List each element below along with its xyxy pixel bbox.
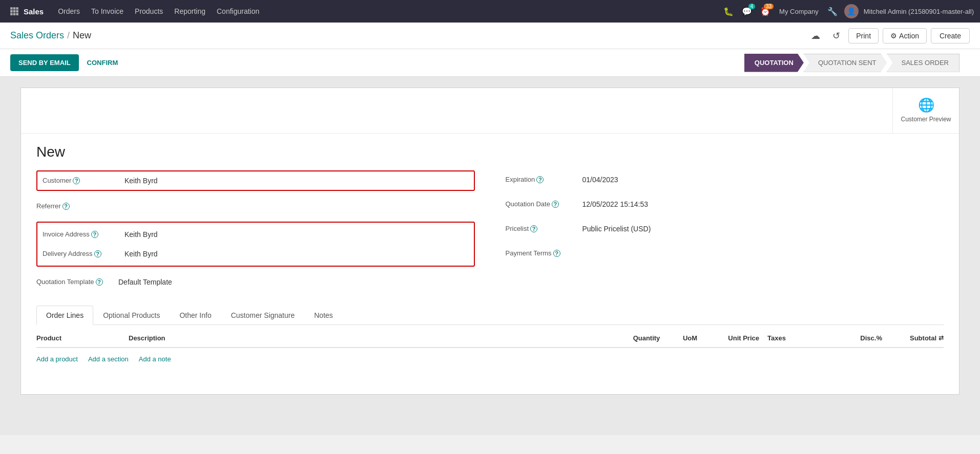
pricelist-value[interactable]: Public Pricelist (USD) xyxy=(582,225,944,233)
expiration-row: Expiration ? 01/04/2023 xyxy=(506,170,944,189)
main-form-area xyxy=(21,88,892,133)
add-links-row: Add a product Add a section Add a note xyxy=(36,348,944,370)
tab-customer-signature[interactable]: Customer Signature xyxy=(221,306,305,325)
secondary-bar: Sales Orders / New ☁ ↺ Print ⚙ Action Cr… xyxy=(0,23,980,49)
table-header: Product Description Quantity UoM Unit Pr… xyxy=(36,329,944,348)
quotation-date-row: Quotation Date ? 12/05/2022 15:14:53 xyxy=(506,195,944,213)
svg-rect-4 xyxy=(13,10,16,13)
svg-rect-0 xyxy=(10,7,13,10)
pipeline-step-sales-order[interactable]: SALES ORDER xyxy=(887,54,960,72)
nav-configuration[interactable]: Configuration xyxy=(212,0,264,23)
user-label: Mitchell Admin (21580901-master-all) xyxy=(864,8,974,15)
cloud-save-icon[interactable]: ☁ xyxy=(807,28,824,44)
nav-to-invoice[interactable]: To Invoice xyxy=(86,0,129,23)
nav-orders[interactable]: Orders xyxy=(53,0,85,23)
delivery-help-icon[interactable]: ? xyxy=(94,250,101,257)
referrer-input[interactable] xyxy=(118,200,475,212)
tab-list: Order Lines Optional Products Other Info… xyxy=(36,306,944,325)
col-header-disc: Disc.% xyxy=(841,334,882,342)
sort-icon[interactable]: ⇄ xyxy=(939,334,944,341)
form-content: New Customer ? Keith Byrd xyxy=(21,134,959,380)
svg-rect-2 xyxy=(16,7,18,10)
tabs-container: Order Lines Optional Products Other Info… xyxy=(36,306,944,370)
expiration-help-icon[interactable]: ? xyxy=(536,176,544,183)
wrench-icon[interactable]: 🔧 xyxy=(824,3,841,20)
invoice-help-icon[interactable]: ? xyxy=(91,231,98,238)
pipeline-step-quotation-sent[interactable]: QUOTATION SENT xyxy=(803,54,887,72)
send-email-button[interactable]: SEND BY EMAIL xyxy=(10,54,79,71)
svg-rect-7 xyxy=(13,13,16,15)
referrer-help-icon[interactable]: ? xyxy=(62,203,70,210)
form-right: Expiration ? 01/04/2023 Quotation Date ?… xyxy=(506,170,944,297)
breadcrumb: Sales Orders / New xyxy=(10,30,803,41)
bug-icon[interactable]: 🐛 xyxy=(720,3,737,20)
svg-rect-3 xyxy=(10,10,13,13)
quotation-template-row: Quotation Template ? Default Template xyxy=(36,273,475,291)
expiration-value[interactable]: 01/04/2023 xyxy=(582,176,944,184)
breadcrumb-separator: / xyxy=(67,30,70,41)
add-product-link[interactable]: Add a product xyxy=(36,355,78,363)
customer-preview-panel[interactable]: 🌐 Customer Preview xyxy=(892,88,959,133)
delivery-address-row: Delivery Address ? Keith Byrd xyxy=(43,245,469,263)
svg-rect-5 xyxy=(16,10,18,13)
tab-optional-products[interactable]: Optional Products xyxy=(93,306,170,325)
quotation-template-value[interactable]: Default Template xyxy=(118,278,475,286)
address-box: Invoice Address ? Keith Byrd Delivery Ad… xyxy=(36,222,475,267)
page-top-area: 🌐 Customer Preview xyxy=(21,88,959,134)
refresh-icon[interactable]: ↺ xyxy=(828,28,844,44)
expiration-label: Expiration ? xyxy=(506,176,582,183)
action-button-label: Action xyxy=(899,32,919,40)
quotation-template-label: Quotation Template ? xyxy=(36,278,118,286)
svg-rect-8 xyxy=(16,13,18,15)
customer-value[interactable]: Keith Byrd xyxy=(124,177,469,185)
col-header-product: Product xyxy=(36,334,129,342)
chat-icon[interactable]: 💬4 xyxy=(738,3,756,20)
delivery-address-label: Delivery Address ? xyxy=(43,250,124,257)
quotation-date-value[interactable]: 12/05/2022 15:14:53 xyxy=(582,200,944,208)
user-avatar[interactable]: 👤 xyxy=(844,4,859,18)
delivery-address-value[interactable]: Keith Byrd xyxy=(124,250,469,258)
breadcrumb-parent[interactable]: Sales Orders xyxy=(10,30,64,41)
nav-reporting[interactable]: Reporting xyxy=(169,0,211,23)
template-help-icon[interactable]: ? xyxy=(96,278,103,286)
page-wrapper: 🌐 Customer Preview New Customer ? Keit xyxy=(0,77,980,435)
add-section-link[interactable]: Add a section xyxy=(88,355,129,363)
app-grid-icon[interactable] xyxy=(6,3,23,19)
form-grid: Customer ? Keith Byrd Referrer ? xyxy=(36,170,944,297)
globe-icon: 🌐 xyxy=(918,97,934,113)
tab-notes[interactable]: Notes xyxy=(304,306,343,325)
confirm-button[interactable]: CONFIRM xyxy=(79,54,127,71)
col-header-subtotal: Subtotal ⇄ xyxy=(882,334,944,342)
col-header-quantity: Quantity xyxy=(621,334,672,342)
referrer-label: Referrer ? xyxy=(36,202,118,210)
pricelist-help-icon[interactable]: ? xyxy=(530,225,537,232)
breadcrumb-current: New xyxy=(73,30,91,41)
pipeline: QUOTATION QUOTATION SENT SALES ORDER xyxy=(744,54,960,72)
payment-terms-help-icon[interactable]: ? xyxy=(553,250,560,257)
referrer-field-row: Referrer ? xyxy=(36,197,475,215)
pipeline-step-quotation[interactable]: QUOTATION xyxy=(744,54,804,72)
nav-products[interactable]: Products xyxy=(130,0,168,23)
customer-field-row: Customer ? Keith Byrd xyxy=(36,170,475,191)
form-left: Customer ? Keith Byrd Referrer ? xyxy=(36,170,475,297)
top-nav: Sales Orders To Invoice Products Reporti… xyxy=(0,0,980,23)
tab-order-lines[interactable]: Order Lines xyxy=(36,306,93,325)
add-note-link[interactable]: Add a note xyxy=(139,355,171,363)
create-button[interactable]: Create xyxy=(931,28,970,44)
invoice-address-value[interactable]: Keith Byrd xyxy=(124,230,469,239)
quotation-date-help-icon[interactable]: ? xyxy=(552,201,559,208)
clock-icon[interactable]: ⏰33 xyxy=(757,3,774,20)
svg-rect-6 xyxy=(10,13,13,15)
gear-icon: ⚙ xyxy=(890,32,897,40)
tab-other-info[interactable]: Other Info xyxy=(170,306,221,325)
customer-help-icon[interactable]: ? xyxy=(73,177,80,184)
col-header-uom: UoM xyxy=(672,334,708,342)
quotation-date-label: Quotation Date ? xyxy=(506,200,582,208)
page-title: New xyxy=(36,144,944,160)
action-button[interactable]: ⚙ Action xyxy=(883,28,927,44)
pricelist-label: Pricelist ? xyxy=(506,225,582,232)
print-button[interactable]: Print xyxy=(848,28,879,44)
customer-preview-label: Customer Preview xyxy=(901,115,951,124)
payment-terms-label: Payment Terms ? xyxy=(506,249,582,257)
brand-label[interactable]: Sales xyxy=(24,7,44,16)
